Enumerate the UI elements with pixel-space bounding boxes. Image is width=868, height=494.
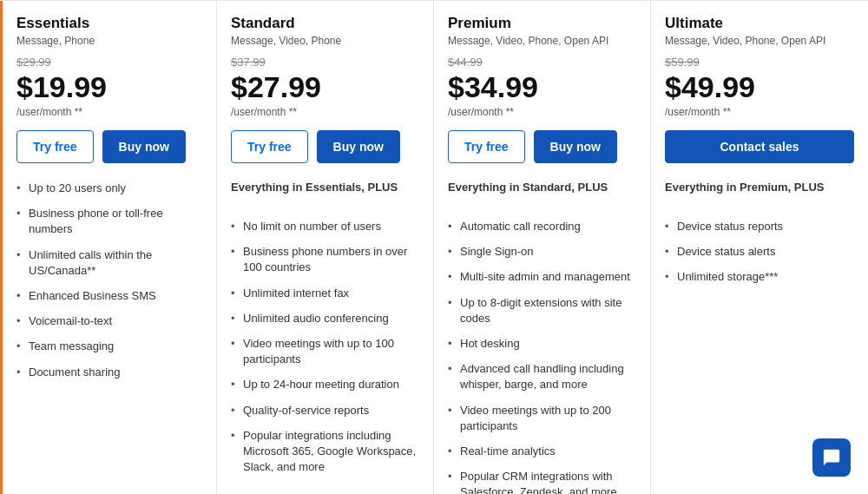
list-item: Unlimited audio conferencing bbox=[231, 311, 419, 326]
contact-sales-button-ultimate[interactable]: Contact sales bbox=[665, 130, 854, 163]
plan-section-header-premium: Everything in Standard, PLUS bbox=[448, 181, 636, 207]
plan-per-user-essentials: /user/month ** bbox=[16, 106, 202, 118]
buy-now-button-standard[interactable]: Buy now bbox=[317, 130, 400, 163]
list-item: Video meetings with up to 200 participan… bbox=[448, 403, 636, 434]
plan-tagline-premium: Message, Video, Phone, Open API bbox=[448, 35, 636, 47]
plan-section-header-ultimate: Everything in Premium, PLUS bbox=[665, 181, 854, 207]
list-item: Advanced call handling including whisper… bbox=[448, 361, 636, 392]
list-item: Automatic call recording bbox=[448, 219, 636, 234]
list-item: Business phone numbers in over 100 count… bbox=[231, 244, 419, 275]
try-free-button-standard[interactable]: Try free bbox=[231, 130, 308, 163]
plan-original-price-essentials: $29.99 bbox=[16, 56, 202, 69]
plan-col-premium: PremiumMessage, Video, Phone, Open API$4… bbox=[434, 1, 651, 494]
list-item: Unlimited internet fax bbox=[231, 286, 419, 301]
list-item: Popular CRM integrations with Salesforce… bbox=[448, 469, 636, 494]
list-item: Hot desking bbox=[448, 336, 636, 352]
plan-current-price-ultimate: $49.99 bbox=[665, 70, 854, 104]
plan-original-price-ultimate: $59.99 bbox=[665, 56, 854, 69]
plan-original-price-premium: $44.99 bbox=[448, 56, 636, 69]
try-free-button-premium[interactable]: Try free bbox=[448, 130, 525, 163]
plan-tagline-ultimate: Message, Video, Phone, Open API bbox=[665, 35, 854, 47]
chat-icon bbox=[822, 448, 841, 467]
try-free-button-essentials[interactable]: Try free bbox=[16, 130, 94, 163]
list-item: No limit on number of users bbox=[231, 219, 419, 234]
plan-tagline-essentials: Message, Phone bbox=[16, 35, 202, 47]
list-item: Up to 20 users only bbox=[16, 181, 202, 196]
plan-original-price-standard: $37.99 bbox=[231, 56, 419, 69]
plan-features-standard: No limit on number of usersBusiness phon… bbox=[231, 219, 419, 475]
list-item: Team messaging bbox=[16, 339, 202, 354]
buy-now-button-essentials[interactable]: Buy now bbox=[102, 130, 186, 163]
plan-col-essentials: EssentialsMessage, Phone$29.99$19.99/use… bbox=[0, 1, 217, 494]
plan-name-premium: Premium bbox=[448, 15, 636, 32]
plan-section-header-standard: Everything in Essentials, PLUS bbox=[231, 181, 419, 207]
list-item: Video meetings with up to 100 participan… bbox=[231, 336, 419, 367]
plan-features-premium: Automatic call recordingSingle Sign-onMu… bbox=[448, 219, 636, 494]
list-item: Multi-site admin and management bbox=[448, 269, 636, 285]
plan-buttons-essentials: Try freeBuy now bbox=[16, 130, 202, 163]
plan-current-price-standard: $27.99 bbox=[231, 70, 419, 104]
plan-col-standard: StandardMessage, Video, Phone$37.99$27.9… bbox=[217, 1, 434, 494]
plan-tagline-standard: Message, Video, Phone bbox=[231, 35, 419, 47]
list-item: Real-time analytics bbox=[448, 444, 636, 459]
plan-name-ultimate: Ultimate bbox=[665, 15, 854, 32]
list-item: Quality-of-service reports bbox=[231, 403, 419, 418]
plan-current-price-essentials: $19.99 bbox=[16, 70, 202, 104]
list-item: Document sharing bbox=[16, 365, 202, 380]
plan-current-price-premium: $34.99 bbox=[448, 70, 636, 104]
list-item: Device status reports bbox=[665, 219, 854, 234]
list-item: Popular integrations including Microsoft… bbox=[231, 428, 419, 476]
list-item: Up to 24-hour meeting duration bbox=[231, 377, 419, 392]
plan-buttons-standard: Try freeBuy now bbox=[231, 130, 419, 163]
list-item: Voicemail-to-text bbox=[16, 313, 202, 329]
plan-per-user-premium: /user/month ** bbox=[448, 106, 636, 118]
list-item: Device status alerts bbox=[665, 244, 854, 260]
list-item: Unlimited storage*** bbox=[665, 269, 854, 285]
plan-buttons-ultimate: Contact sales bbox=[665, 130, 854, 163]
list-item: Up to 8-digit extensions with site codes bbox=[448, 295, 636, 326]
plan-name-essentials: Essentials bbox=[16, 15, 202, 32]
plan-features-ultimate: Device status reportsDevice status alert… bbox=[665, 219, 854, 286]
plan-features-essentials: Up to 20 users onlyBusiness phone or tol… bbox=[16, 181, 202, 380]
list-item: Business phone or toll-free numbers bbox=[16, 206, 202, 237]
plan-buttons-premium: Try freeBuy now bbox=[448, 130, 636, 163]
plan-per-user-standard: /user/month ** bbox=[231, 106, 419, 118]
pricing-grid: EssentialsMessage, Phone$29.99$19.99/use… bbox=[0, 0, 868, 494]
list-item: Single Sign-on bbox=[448, 244, 636, 260]
list-item: Enhanced Business SMS bbox=[16, 288, 202, 304]
chat-button[interactable] bbox=[812, 438, 851, 477]
plan-col-ultimate: UltimateMessage, Video, Phone, Open API$… bbox=[651, 1, 868, 494]
plan-name-standard: Standard bbox=[231, 15, 419, 32]
plan-per-user-ultimate: /user/month ** bbox=[665, 106, 854, 118]
list-item: Unlimited calls within the US/Canada** bbox=[16, 247, 202, 279]
buy-now-button-premium[interactable]: Buy now bbox=[534, 130, 617, 163]
